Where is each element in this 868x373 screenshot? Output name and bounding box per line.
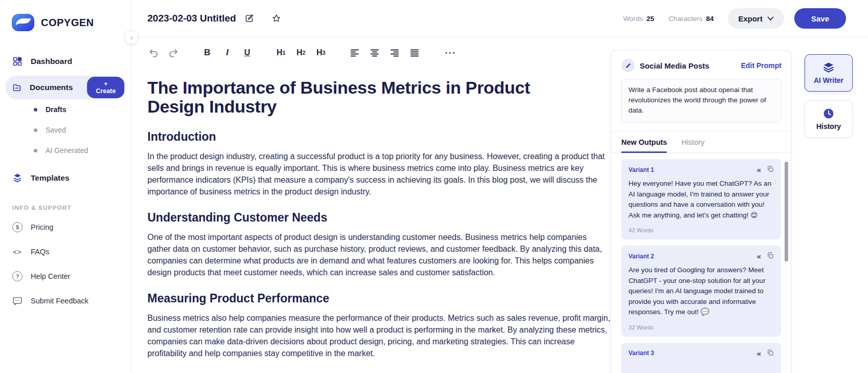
insert-left-button[interactable]: « (757, 252, 761, 260)
topbar: 2023-02-03 Untitled Words 25 Characters (132, 0, 868, 37)
words-value: 25 (646, 15, 654, 23)
align-justify-button[interactable] (408, 47, 421, 59)
copy-button[interactable] (767, 349, 774, 358)
document-heading[interactable]: The Importance of Business Metrics in Pr… (147, 78, 588, 117)
h3-sub: 3 (322, 50, 326, 56)
characters-label: Characters (668, 15, 702, 23)
h1-sub: 1 (283, 50, 286, 56)
save-button[interactable]: Save (794, 8, 846, 29)
feedback-chat-icon (12, 296, 23, 305)
export-label: Export (738, 14, 763, 23)
align-right-icon (389, 48, 400, 57)
variant-text: Are you tired of Googling for answers? M… (628, 265, 774, 318)
h-glyph: H (316, 48, 322, 57)
copygen-logo-icon (11, 13, 35, 32)
ai-output-panel: Social Media Posts Edit Prompt Write a F… (611, 50, 791, 373)
history-button[interactable]: History (805, 100, 853, 138)
align-left-icon (350, 48, 360, 57)
undo-button[interactable] (147, 47, 160, 59)
sidebar-subitem-label: Drafts (46, 105, 66, 114)
heading3-button[interactable]: H3 (315, 47, 327, 59)
layers-icon (822, 62, 835, 73)
underline-button[interactable]: U (241, 47, 253, 59)
h-glyph: H (276, 48, 283, 57)
sidebar-item-ai-generated[interactable]: AI Generated (0, 140, 131, 161)
tab-history[interactable]: History (681, 131, 704, 152)
sidebar-collapse-button[interactable]: ‹ (125, 31, 138, 44)
layers-icon (12, 173, 23, 183)
variant-label: Variant 2 (628, 253, 654, 260)
heading2-button[interactable]: H2 (295, 47, 307, 59)
sidebar-subitem-label: Saved (46, 126, 66, 134)
document-title: 2023-02-03 Untitled (147, 13, 236, 24)
support-item-label: Submit Feedback (31, 297, 89, 305)
bullet-dot-icon (34, 108, 37, 112)
sidebar-item-templates[interactable]: Templates (0, 167, 131, 189)
character-count: Characters 84 (668, 15, 713, 23)
align-left-button[interactable] (349, 47, 361, 59)
copy-icon (767, 349, 774, 356)
template-title: Social Media Posts (640, 61, 709, 70)
sidebar-item-label: Documents (30, 83, 73, 92)
dashboard-grid-icon (12, 56, 23, 67)
section-heading[interactable]: Understanding Customer Needs (147, 211, 611, 225)
section-heading[interactable]: Introduction (147, 130, 611, 144)
bold-button[interactable]: B (201, 47, 213, 59)
align-center-icon (370, 48, 380, 57)
sidebar-item-label: Templates (31, 173, 70, 183)
copy-button[interactable] (767, 252, 774, 260)
sidebar-item-help-center[interactable]: ? Help Center (0, 264, 131, 289)
variant-word-count: 32 Words (628, 324, 774, 332)
sidebar-item-drafts[interactable]: Drafts (0, 99, 131, 120)
word-count: Words 25 (623, 15, 655, 23)
section-heading[interactable]: Measuring Product Performance (147, 292, 611, 305)
ai-writer-button[interactable]: AI Writer (805, 54, 853, 92)
chevron-left-icon: ‹ (131, 33, 133, 41)
italic-button[interactable]: I (221, 47, 233, 59)
sidebar-item-submit-feedback[interactable]: Submit Feedback (0, 289, 131, 313)
sidebar-item-saved[interactable]: Saved (0, 120, 131, 140)
right-rail: AI Writer History (805, 54, 853, 138)
characters-value: 84 (706, 15, 713, 23)
align-center-button[interactable] (368, 47, 381, 59)
more-options-button[interactable]: ⋯ (444, 47, 457, 59)
section-paragraph[interactable]: In the product design industry, creating… (147, 150, 611, 198)
align-right-button[interactable] (388, 47, 401, 59)
create-document-button[interactable]: + Create (87, 77, 124, 98)
h2-sub: 2 (302, 50, 306, 56)
variant-label: Variant 1 (628, 166, 654, 173)
words-label: Words (623, 15, 643, 23)
editor: B I U H1 H2 H3 (147, 37, 611, 359)
export-button[interactable]: Export (728, 8, 784, 29)
chevrons-left-icon: « (757, 349, 761, 358)
sidebar-nav: Dashboard Documents + Create Drafts Save… (0, 51, 131, 189)
variant-word-count: 42 Words (628, 227, 774, 234)
sidebar-item-faqs[interactable]: <> FAQs (0, 239, 131, 264)
rename-document-button[interactable] (243, 12, 255, 25)
sidebar-item-dashboard[interactable]: Dashboard (0, 51, 131, 72)
section-paragraph[interactable]: Business metrics also help companies mea… (147, 312, 611, 359)
redo-icon (168, 48, 179, 57)
redo-button[interactable] (167, 47, 180, 59)
sidebar-item-documents[interactable]: Documents + Create (5, 76, 124, 99)
copy-button[interactable] (767, 165, 774, 174)
section-paragraph[interactable]: One of the most important aspects of pro… (147, 231, 611, 278)
ai-writer-label: AI Writer (814, 76, 843, 84)
edit-prompt-link[interactable]: Edit Prompt (741, 61, 782, 70)
main-area: 2023-02-03 Untitled Words 25 Characters (132, 0, 868, 373)
favorite-document-button[interactable] (270, 12, 283, 25)
heading1-button[interactable]: H1 (275, 47, 287, 59)
variant-label: Variant 3 (628, 349, 654, 357)
variant-card: Variant 3 « (621, 343, 781, 373)
insert-left-button[interactable]: « (757, 166, 761, 173)
outputs-list[interactable]: Variant 1 « Hey everyone! Have you met C… (611, 153, 791, 373)
prompt-text[interactable]: Write a Facebook post about openai that … (621, 79, 782, 123)
sidebar-item-pricing[interactable]: $ Pricing (0, 215, 131, 239)
align-justify-icon (409, 48, 420, 57)
tab-new-outputs[interactable]: New Outputs (621, 131, 667, 152)
edit-pencil-icon (245, 14, 254, 23)
outputs-scrollbar[interactable] (785, 162, 788, 261)
insert-left-button[interactable]: « (757, 349, 761, 357)
variant-card: Variant 2 « Are you tired of Googling fo… (621, 246, 781, 337)
undo-icon (148, 48, 159, 57)
